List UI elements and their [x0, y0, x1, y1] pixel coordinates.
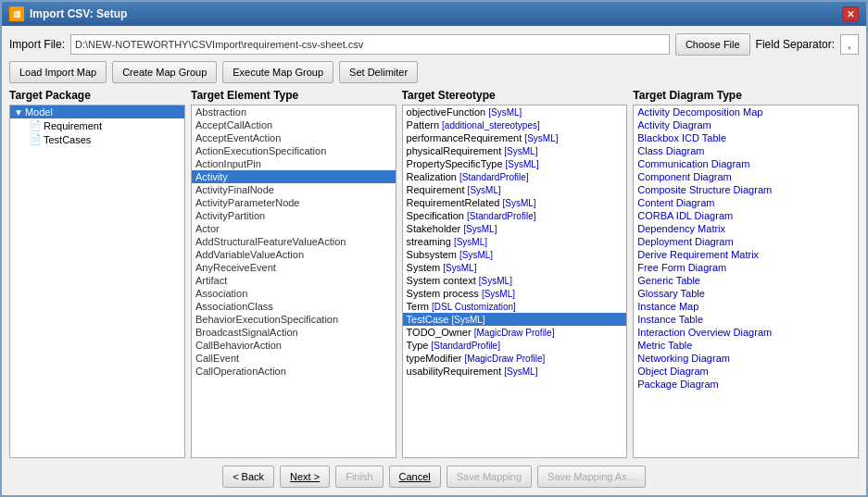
element-type-item[interactable]: CallOperationAction: [192, 365, 396, 378]
element-type-item[interactable]: AddStructuralFeatureValueAction: [192, 235, 396, 248]
stereotype-item[interactable]: streaming [SysML]: [403, 235, 627, 248]
diagram-type-item[interactable]: Communication Diagram: [634, 157, 858, 170]
element-type-item[interactable]: BroadcastSignalAction: [192, 326, 396, 339]
execute-map-group-button[interactable]: Execute Map Group: [222, 61, 333, 83]
diagram-type-item[interactable]: Class Diagram: [634, 144, 858, 157]
stereotype-item[interactable]: Type [StandardProfile]: [403, 339, 627, 352]
stereotype-item[interactable]: TestCase [SysML]: [403, 313, 627, 326]
element-type-item[interactable]: ActionExecutionSpecification: [192, 144, 396, 157]
target-diagram-type-list[interactable]: Activity Decomposition MapActivity Diagr…: [633, 105, 859, 458]
stereotype-item[interactable]: RequirementRelated [SysML]: [403, 196, 627, 209]
stereotype-item[interactable]: Realization [StandardProfile]: [403, 170, 627, 183]
element-type-item[interactable]: AcceptEventAction: [192, 131, 396, 144]
stereotype-item[interactable]: Pattern [additional_stereotypes]: [403, 118, 627, 131]
element-type-item[interactable]: BehaviorExecutionSpecification: [192, 313, 396, 326]
element-type-item[interactable]: CallBehaviorAction: [192, 339, 396, 352]
set-delimiter-button[interactable]: Set Delimiter: [339, 61, 418, 83]
diagram-type-item[interactable]: Component Diagram: [634, 170, 858, 183]
element-type-item[interactable]: AnyReceiveEvent: [192, 261, 396, 274]
create-map-group-button[interactable]: Create Map Group: [112, 61, 217, 83]
element-type-item[interactable]: CallEvent: [192, 352, 396, 365]
close-button[interactable]: ✕: [842, 6, 859, 21]
next-button-label: Next >: [290, 471, 320, 482]
element-type-item[interactable]: Abstraction: [192, 106, 396, 118]
target-stereotype-label: Target Stereotype: [402, 89, 628, 102]
diagram-type-item[interactable]: Instance Map: [634, 300, 858, 313]
next-button[interactable]: Next >: [280, 466, 330, 488]
stereotype-profile: [SysML]: [451, 315, 484, 325]
diagram-type-item[interactable]: Metric Table: [634, 339, 858, 352]
element-type-item[interactable]: Association: [192, 287, 396, 300]
element-type-item[interactable]: Activity: [192, 170, 396, 183]
stereotype-item[interactable]: Stakeholder [SysML]: [403, 222, 627, 235]
back-button[interactable]: < Back: [222, 466, 274, 488]
finish-button[interactable]: Finish: [335, 466, 383, 488]
diagram-type-item[interactable]: Blackbox ICD Table: [634, 131, 858, 144]
stereotype-item[interactable]: System context [SysML]: [403, 274, 627, 287]
stereotype-item[interactable]: physicalRequirement [SysML]: [403, 144, 627, 157]
stereotype-item[interactable]: System [SysML]: [403, 261, 627, 274]
element-type-item[interactable]: ActivityParameterNode: [192, 196, 396, 209]
stereotype-item[interactable]: Requirement [SysML]: [403, 183, 627, 196]
stereotype-item[interactable]: PropertySpecificType [SysML]: [403, 157, 627, 170]
target-diagram-type-label: Target Diagram Type: [633, 89, 859, 102]
element-type-item[interactable]: AddVariableValueAction: [192, 248, 396, 261]
title-bar: ▤ Import CSV: Setup ✕: [2, 2, 866, 26]
stereotype-item[interactable]: Specification [StandardProfile]: [403, 209, 627, 222]
stereotype-item[interactable]: typeModifier [MagicDraw Profile]: [403, 352, 627, 365]
element-type-item[interactable]: Artifact: [192, 274, 396, 287]
diagram-type-item[interactable]: Content Diagram: [634, 196, 858, 209]
target-package-list[interactable]: ▼ Model 📄 Requirement 📄 TestCases: [9, 105, 185, 458]
tree-item-model[interactable]: ▼ Model: [10, 106, 184, 118]
element-type-item[interactable]: AcceptCallAction: [192, 118, 396, 131]
target-element-type-list[interactable]: AbstractionAcceptCallActionAcceptEventAc…: [191, 105, 396, 458]
diagram-type-item[interactable]: Instance Table: [634, 313, 858, 326]
import-file-input[interactable]: [70, 34, 670, 55]
stereotype-name: Type: [407, 340, 432, 351]
stereotype-item[interactable]: System process [SysML]: [403, 287, 627, 300]
diagram-type-item[interactable]: Package Diagram: [634, 378, 858, 391]
stereotype-name: Stakeholder: [407, 223, 464, 234]
target-stereotype-list[interactable]: objectiveFunction [SysML]Pattern [additi…: [402, 105, 628, 458]
stereotype-item[interactable]: Term [DSL Customization]: [403, 300, 627, 313]
stereotype-item[interactable]: objectiveFunction [SysML]: [403, 106, 627, 118]
stereotype-item[interactable]: TODO_Owner [MagicDraw Profile]: [403, 326, 627, 339]
diagram-type-item[interactable]: Dependency Matrix: [634, 222, 858, 235]
stereotype-name: Pattern: [407, 119, 443, 130]
cancel-button[interactable]: Cancel: [389, 466, 441, 488]
diagram-type-item[interactable]: Generic Table: [634, 274, 858, 287]
diagram-type-item[interactable]: Glossary Table: [634, 287, 858, 300]
diagram-type-item[interactable]: Free Form Diagram: [634, 261, 858, 274]
choose-file-button[interactable]: Choose File: [675, 33, 750, 56]
diagram-type-item[interactable]: Interaction Overview Diagram: [634, 326, 858, 339]
diagram-type-item[interactable]: Activity Decomposition Map: [634, 106, 858, 118]
stereotype-name: System: [407, 262, 444, 273]
save-mapping-as-button[interactable]: Save Mapping As...: [537, 466, 646, 488]
stereotype-profile: [additional_stereotypes]: [442, 120, 540, 130]
stereotype-item[interactable]: usabilityRequirement [SysML]: [403, 365, 627, 378]
diagram-type-item[interactable]: Activity Diagram: [634, 118, 858, 131]
diagram-type-item[interactable]: Derive Requirement Matrix: [634, 248, 858, 261]
tree-item-testcases-label: TestCases: [44, 134, 91, 145]
stereotype-item[interactable]: performanceRequirement [SysML]: [403, 131, 627, 144]
diagram-type-item[interactable]: Deployment Diagram: [634, 235, 858, 248]
tree-item-requirement[interactable]: 📄 Requirement: [25, 118, 184, 132]
load-import-map-button[interactable]: Load Import Map: [9, 61, 107, 83]
tree-children: 📄 Requirement 📄 TestCases: [25, 118, 184, 146]
element-type-item[interactable]: ActivityPartition: [192, 209, 396, 222]
save-mapping-button[interactable]: Save Mapping: [447, 466, 532, 488]
stereotype-item[interactable]: Subsystem [SysML]: [403, 248, 627, 261]
stereotype-profile: [SysML]: [482, 289, 515, 299]
diagram-type-item[interactable]: Object Diagram: [634, 365, 858, 378]
doc-icon-testcases: 📄: [29, 133, 42, 145]
diagram-type-item[interactable]: Networking Diagram: [634, 352, 858, 365]
diagram-type-item[interactable]: Composite Structure Diagram: [634, 183, 858, 196]
element-type-item[interactable]: ActionInputPin: [192, 157, 396, 170]
stereotype-profile: [StandardProfile]: [459, 172, 529, 182]
element-type-item[interactable]: AssociationClass: [192, 300, 396, 313]
element-type-item[interactable]: ActivityFinalNode: [192, 183, 396, 196]
element-type-item[interactable]: Actor: [192, 222, 396, 235]
stereotype-name: TestCase: [407, 314, 452, 325]
tree-item-testcases[interactable]: 📄 TestCases: [25, 132, 184, 146]
diagram-type-item[interactable]: CORBA IDL Diagram: [634, 209, 858, 222]
